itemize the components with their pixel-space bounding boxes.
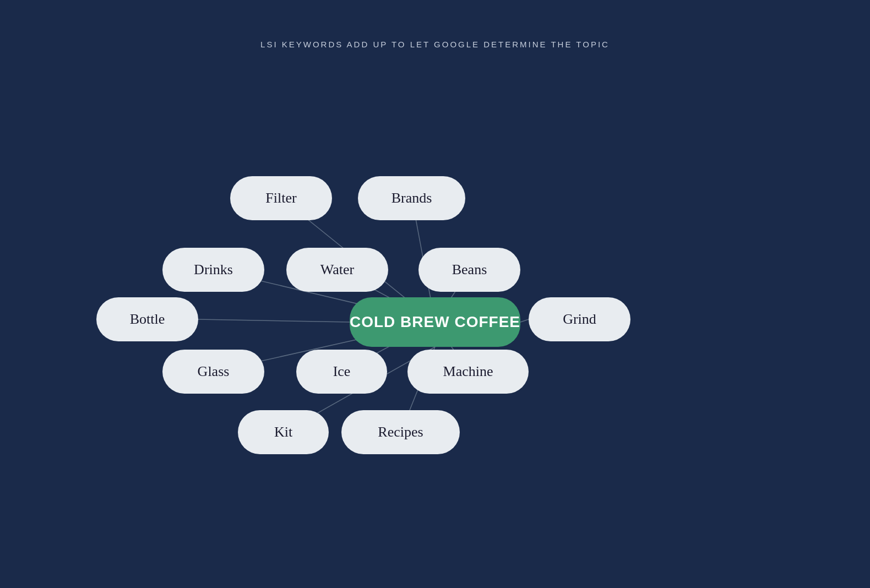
node-water: Water — [286, 248, 388, 292]
node-bottle: Bottle — [96, 297, 198, 341]
node-glass: Glass — [162, 350, 264, 394]
machine-label: Machine — [443, 363, 493, 380]
node-machine: Machine — [407, 350, 529, 394]
page-title: LSI KEYWORDS ADD UP TO LET GOOGLE DETERM… — [0, 0, 870, 49]
node-brands: Brands — [358, 176, 465, 220]
svg-line-5 — [198, 319, 350, 322]
beans-label: Beans — [452, 262, 487, 278]
recipes-label: Recipes — [378, 424, 423, 440]
water-label: Water — [320, 262, 354, 278]
ice-label: Ice — [333, 363, 351, 380]
brands-label: Brands — [392, 190, 432, 206]
node-filter: Filter — [230, 176, 332, 220]
filter-label: Filter — [265, 190, 296, 206]
center-label: COLD BREW COFFEE — [350, 313, 520, 331]
node-center: COLD BREW COFFEE — [350, 297, 520, 347]
glass-label: Glass — [198, 363, 230, 380]
kit-label: Kit — [274, 424, 292, 440]
node-drinks: Drinks — [162, 248, 264, 292]
node-recipes: Recipes — [341, 410, 460, 454]
node-ice: Ice — [296, 350, 387, 394]
svg-line-6 — [520, 319, 529, 322]
node-grind: Grind — [529, 297, 630, 341]
diagram-container: COLD BREW COFFEE Filter Brands Drinks Wa… — [0, 77, 870, 588]
bottle-label: Bottle — [130, 311, 165, 328]
node-kit: Kit — [238, 410, 329, 454]
drinks-label: Drinks — [194, 262, 233, 278]
grind-label: Grind — [563, 311, 596, 328]
node-beans: Beans — [418, 248, 520, 292]
